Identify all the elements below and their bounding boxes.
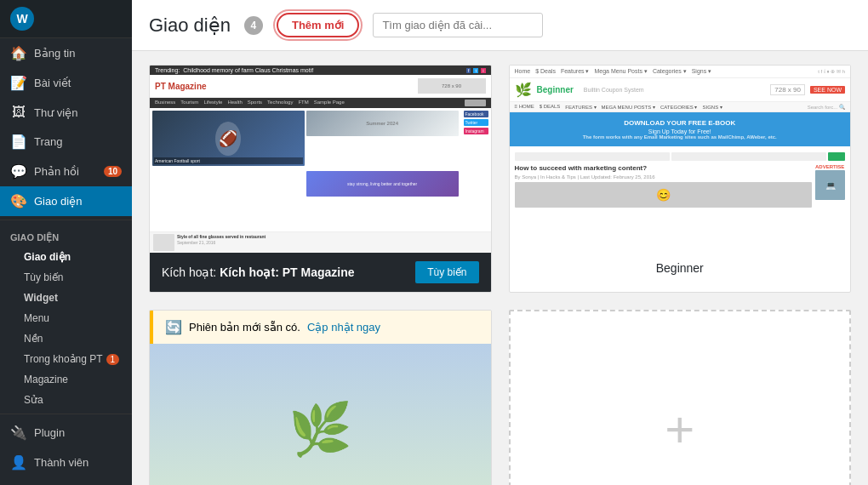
- sidebar-item-plugin[interactable]: 🔌 Plugin: [0, 418, 132, 448]
- beg-hero: DOWNLOAD YOUR FREE E-BOOK Sign Up Today …: [510, 112, 851, 146]
- pt-topbar: Trending: Childhood memory of farm Claus…: [150, 66, 491, 75]
- appearance-icon: 🎨: [10, 193, 27, 209]
- theme-card-beginner[interactable]: Home$ DealsFeatures ▾Mega Menu Posts ▾Ca…: [509, 65, 852, 293]
- sidebar-item-cong-cu[interactable]: 🔧 Công cụ: [0, 477, 132, 485]
- wp-logo-icon: W: [10, 7, 34, 31]
- sidebar-logo: W: [0, 0, 132, 38]
- add-theme-plus-icon: +: [665, 400, 694, 459]
- sub-label: Nền: [24, 333, 43, 345]
- beg-topbar: Home$ DealsFeatures ▾Mega Menu Posts ▾Ca…: [510, 66, 851, 78]
- sidebar-item-trang[interactable]: 📄 Trang: [0, 127, 132, 157]
- sub-label: Widget: [24, 292, 58, 304]
- sub-label: Trong khoảng PT: [24, 353, 103, 365]
- main-area: Giao diện 4 Thêm mới Trending: Childhood…: [132, 0, 868, 485]
- beg-header: 🌿 Beginner Builtin Coupon System 728 x 9…: [510, 78, 851, 102]
- sidebar-item-phan-hoi[interactable]: 💬 Phản hồi 10: [0, 157, 132, 186]
- sidebar-sub-magazine[interactable]: Magazine: [0, 369, 132, 390]
- pt-header: PT Magazine 728 x 90: [150, 75, 491, 98]
- page-title: Giao diện: [149, 14, 231, 37]
- users-icon: 👤: [10, 454, 27, 471]
- themes-grid: Trending: Childhood memory of farm Claus…: [149, 65, 851, 485]
- sidebar-item-thu-vien[interactable]: 🖼 Thư viện: [0, 98, 132, 127]
- beg-content: How to succeed with marketing content? B…: [510, 146, 851, 211]
- topbar: Giao diện 4 Thêm mới: [132, 0, 868, 51]
- beginner-screenshot: Home$ DealsFeatures ▾Mega Menu Posts ▾Ca…: [510, 66, 851, 253]
- sub-label: Sửa: [24, 394, 43, 406]
- plugin-icon: 🔌: [10, 425, 27, 441]
- dashboard-icon: 🏠: [10, 45, 27, 61]
- sidebar-sub-widget[interactable]: Widget: [0, 288, 132, 308]
- sub-label: Giao diện: [24, 251, 71, 263]
- sidebar-sub-trong-khong[interactable]: Trong khoảng PT 1: [0, 349, 132, 369]
- sidebar-item-label: Thư viện: [34, 106, 77, 119]
- theme-card-pt-magazine[interactable]: Trending: Childhood memory of farm Claus…: [149, 65, 492, 293]
- media-icon: 🖼: [10, 105, 27, 120]
- sidebar-sub-nen[interactable]: Nền: [0, 328, 132, 349]
- sidebar-item-label: Thành viên: [34, 456, 89, 469]
- update-screenshot: 🌿: [150, 344, 491, 485]
- sidebar-sub-giao-dien[interactable]: Giao diện: [0, 247, 132, 267]
- trong-khong-badge: 1: [106, 354, 120, 365]
- sidebar-item-thanh-vien[interactable]: 👤 Thành viên: [0, 448, 132, 477]
- posts-icon: 📝: [10, 75, 27, 91]
- sidebar: W 🏠 Bảng tin 📝 Bài viết 🖼 Thư viện 📄 Tra…: [0, 0, 132, 485]
- pt-nav: BusinessTourismLifestyleHealthSportsTech…: [150, 98, 491, 108]
- theme-count-badge: 4: [244, 16, 263, 35]
- sidebar-sub-sua[interactable]: Sửa: [0, 390, 132, 410]
- add-new-button[interactable]: Thêm mới: [277, 13, 359, 37]
- sidebar-item-label: Phản hồi: [34, 165, 79, 178]
- theme-card-update[interactable]: 🔄 Phiên bản mới sẵn có. Cập nhật ngay 🌿: [149, 310, 492, 485]
- beg-nav: ≡ HOME$ DEALSFEATURES ▾MEGA MENU POSTS ▾…: [510, 102, 851, 112]
- update-link[interactable]: Cập nhật ngay: [307, 321, 380, 334]
- update-banner: 🔄 Phiên bản mới sẵn có. Cập nhật ngay: [150, 311, 491, 344]
- comments-icon: 💬: [10, 163, 27, 180]
- sidebar-item-label: Plugin: [34, 426, 65, 439]
- sub-label: Menu: [24, 312, 49, 324]
- sidebar-sub-tuy-bien[interactable]: Tùy biến: [0, 267, 132, 288]
- sidebar-item-giao-dien[interactable]: 🎨 Giao diện: [0, 186, 132, 216]
- pt-magazine-screenshot: Trending: Childhood memory of farm Claus…: [150, 66, 491, 253]
- add-theme-card[interactable]: +: [509, 310, 852, 485]
- sidebar-item-label: Giao diện: [34, 195, 82, 208]
- sidebar-item-bai-viet[interactable]: 📝 Bài viết: [0, 68, 132, 98]
- sub-label: Tùy biến: [24, 271, 63, 283]
- search-input[interactable]: [373, 13, 543, 37]
- update-icon: 🔄: [165, 319, 182, 335]
- phan-hoi-badge: 10: [104, 166, 122, 177]
- content-area: Trending: Childhood memory of farm Claus…: [132, 51, 868, 485]
- pt-magazine-footer: Kích hoạt: Kích hoạt: PT Magazine Tùy bi…: [150, 253, 491, 292]
- sidebar-item-bang-tin[interactable]: 🏠 Bảng tin: [0, 38, 132, 68]
- beginner-label: Beginner: [510, 253, 851, 283]
- pages-icon: 📄: [10, 134, 27, 150]
- update-notice: Phiên bản mới sẵn có.: [189, 321, 300, 334]
- active-theme-label: Kích hoạt: Kích hoạt: PT Magazine: [162, 265, 355, 279]
- sub-label: Magazine: [24, 374, 68, 385]
- plant-decoration: 🌿: [288, 399, 352, 459]
- sidebar-item-label: Bài viết: [34, 77, 71, 89]
- sidebar-item-label: Bảng tin: [34, 47, 75, 60]
- sidebar-sub-menu[interactable]: Menu: [0, 308, 132, 328]
- customize-button[interactable]: Tùy biến: [415, 261, 478, 283]
- sidebar-item-label: Trang: [34, 135, 62, 148]
- beg-form: [515, 152, 846, 161]
- giao-dien-section: Giao diện: [0, 224, 132, 247]
